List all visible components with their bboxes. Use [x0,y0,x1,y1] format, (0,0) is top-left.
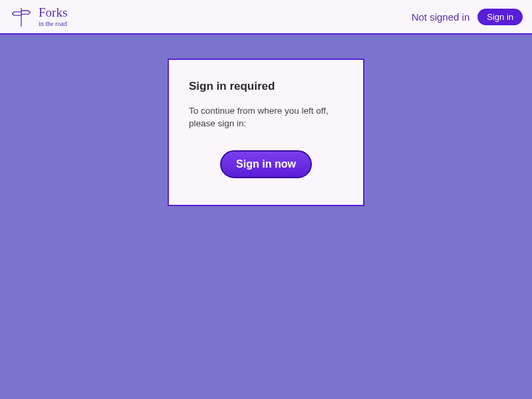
logo-subtitle: in the road [39,21,67,27]
signin-now-button[interactable]: Sign in now [220,150,312,178]
signpost-icon [9,5,33,29]
logo-link[interactable]: Forks in the road [9,5,67,29]
auth-status-text: Not signed in [412,11,470,23]
header-right: Not signed in Sign in [412,9,523,25]
logo-text: Forks in the road [39,6,67,27]
signin-button[interactable]: Sign in [477,9,523,25]
card-button-wrap: Sign in now [189,150,343,178]
card-title: Sign in required [189,80,343,93]
signin-required-card: Sign in required To continue from where … [168,59,364,206]
main-content: Sign in required To continue from where … [0,35,532,206]
site-header: Forks in the road Not signed in Sign in [0,0,532,35]
card-body-text: To continue from where you left off, ple… [189,105,343,130]
logo-title: Forks [39,6,67,19]
